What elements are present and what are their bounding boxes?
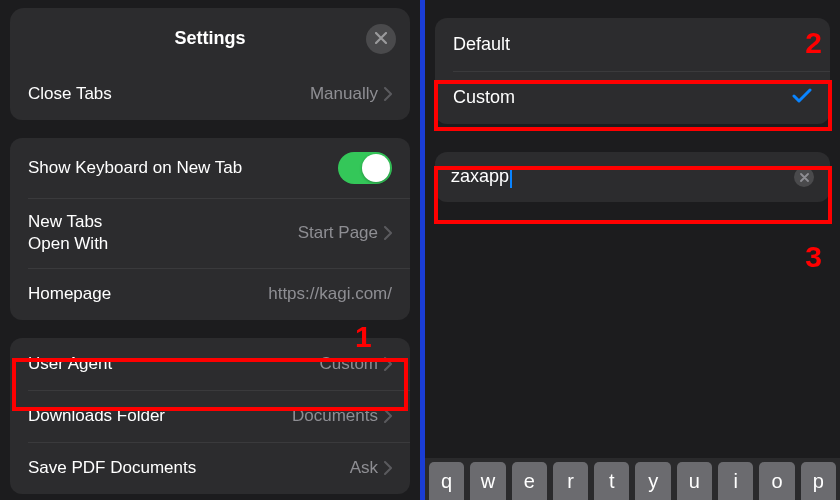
- key-t[interactable]: t: [594, 462, 629, 500]
- chevron-right-icon: [384, 409, 392, 423]
- row-homepage[interactable]: Homepage https://kagi.com/: [10, 268, 410, 320]
- label-homepage: Homepage: [28, 284, 111, 304]
- label-close-tabs: Close Tabs: [28, 84, 112, 104]
- value-user-agent: Custom: [319, 354, 392, 374]
- label-downloads: Downloads Folder: [28, 406, 165, 426]
- checkmark-icon: [792, 88, 812, 108]
- chevron-right-icon: [384, 226, 392, 240]
- ua-option-default[interactable]: Default: [435, 18, 830, 71]
- row-close-tabs[interactable]: Close Tabs Manually: [10, 68, 410, 120]
- key-y[interactable]: y: [635, 462, 670, 500]
- close-icon: [800, 168, 809, 186]
- chevron-right-icon: [384, 461, 392, 475]
- toggle-show-keyboard[interactable]: [338, 152, 392, 184]
- value-save-pdf: Ask: [350, 458, 392, 478]
- ua-input-row[interactable]: zaxapp: [435, 152, 830, 202]
- row-user-agent[interactable]: User Agent Custom: [10, 338, 410, 390]
- label-new-tabs: New Tabs Open With: [28, 212, 108, 254]
- row-save-pdf[interactable]: Save PDF Documents Ask: [10, 442, 410, 494]
- value-new-tabs: Start Page: [298, 223, 392, 243]
- text-cursor: [510, 166, 512, 188]
- key-q[interactable]: q: [429, 462, 464, 500]
- value-downloads: Documents: [292, 406, 392, 426]
- key-p[interactable]: p: [801, 462, 836, 500]
- row-new-tabs[interactable]: New Tabs Open With Start Page: [10, 198, 410, 268]
- value-homepage: https://kagi.com/: [268, 284, 392, 304]
- section-advanced: User Agent Custom Downloads Folder Docum…: [10, 338, 410, 494]
- section-tabs: Close Tabs Manually: [10, 68, 410, 120]
- key-e[interactable]: e: [512, 462, 547, 500]
- annotation-number-3: 3: [805, 240, 822, 274]
- value-close-tabs: Manually: [310, 84, 392, 104]
- key-i[interactable]: i: [718, 462, 753, 500]
- settings-title: Settings: [174, 28, 245, 49]
- chevron-right-icon: [384, 357, 392, 371]
- label-user-agent: User Agent: [28, 354, 112, 374]
- row-downloads[interactable]: Downloads Folder Documents: [10, 390, 410, 442]
- key-u[interactable]: u: [677, 462, 712, 500]
- row-show-keyboard[interactable]: Show Keyboard on New Tab: [10, 138, 410, 198]
- settings-header: Settings: [10, 8, 410, 68]
- label-show-keyboard: Show Keyboard on New Tab: [28, 158, 242, 178]
- key-w[interactable]: w: [470, 462, 505, 500]
- toggle-knob: [362, 154, 390, 182]
- user-agent-panel: Default Custom zaxapp 2 3 q w e r t y u …: [425, 0, 840, 500]
- clear-input-button[interactable]: [794, 167, 814, 187]
- ua-option-list: Default Custom: [435, 18, 830, 124]
- key-o[interactable]: o: [759, 462, 794, 500]
- section-general: Show Keyboard on New Tab New Tabs Open W…: [10, 138, 410, 320]
- settings-panel: Settings Close Tabs Manually Show Keyboa…: [0, 0, 420, 500]
- label-save-pdf: Save PDF Documents: [28, 458, 196, 478]
- ua-input-field[interactable]: zaxapp: [451, 166, 794, 188]
- chevron-right-icon: [384, 87, 392, 101]
- ua-option-custom[interactable]: Custom: [435, 71, 830, 124]
- close-icon: [375, 30, 387, 48]
- close-button[interactable]: [366, 24, 396, 54]
- key-r[interactable]: r: [553, 462, 588, 500]
- keyboard: q w e r t y u i o p: [425, 458, 840, 500]
